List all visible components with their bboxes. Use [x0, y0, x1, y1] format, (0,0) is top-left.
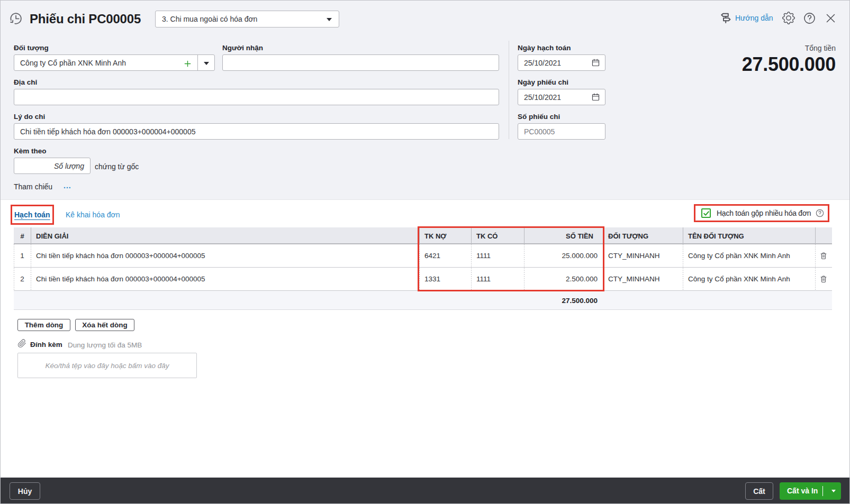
ngay-phieu-chi-value: 25/10/2021 [524, 93, 561, 102]
combo-separator [197, 55, 198, 70]
kem-theo-input[interactable]: Số lượng [14, 158, 91, 174]
attachment-label[interactable]: Đính kèm [30, 341, 62, 349]
chevron-down-icon [327, 18, 332, 21]
split-separator [822, 486, 823, 496]
calendar-icon[interactable] [591, 58, 600, 69]
delete-row-icon[interactable] [819, 274, 828, 286]
help-guide-link[interactable]: Hướng dẫn [735, 14, 773, 22]
cell-doi-tuong: CTY_MINHANH [608, 275, 660, 283]
save-button[interactable]: Cất [745, 482, 773, 500]
cell-ten-doi-tuong: Công ty Cổ phần XNK Minh Anh [688, 275, 790, 283]
question-circle-icon[interactable] [816, 209, 824, 219]
ly-do-chi-value: Chi tiền tiếp khách hóa đơn 000003+00000… [20, 127, 195, 136]
table-total-row: 27.500.000 [14, 291, 832, 310]
delete-row-icon[interactable] [819, 251, 828, 262]
doi-tuong-combo[interactable]: Công ty Cổ phần XNK Minh Anh [14, 54, 215, 71]
chevron-down-icon[interactable] [204, 62, 209, 65]
merge-invoices-label[interactable]: Hạch toán gộp nhiều hóa đơn [717, 209, 811, 217]
tab-ke-khai-hoa-don[interactable]: Kê khai hóa đơn [66, 210, 120, 219]
tham-chieu-label: Tham chiếu [14, 182, 52, 191]
dia-chi-input[interactable] [14, 89, 499, 105]
cell-ten-doi-tuong: Công ty Cổ phần XNK Minh Anh [688, 252, 790, 260]
ly-do-chi-input[interactable]: Chi tiền tiếp khách hóa đơn 000003+00000… [14, 123, 499, 140]
tham-chieu-link[interactable]: ... [64, 181, 71, 190]
page-title: Phiếu chi PC00005 [30, 12, 141, 26]
save-and-print-label: Cất và In [787, 487, 818, 495]
voucher-type-value: 3. Chi mua ngoài có hóa đơn [162, 15, 257, 23]
tong-tien-label: Tổng tiền [805, 44, 836, 52]
cell-index: 1 [14, 252, 31, 260]
merge-invoices-checkbox[interactable] [701, 208, 711, 218]
footer-bar: Hủy Cất Cất và In [1, 478, 849, 503]
tab-hach-toan[interactable]: Hạch toán [14, 210, 50, 219]
chevron-down-icon[interactable] [831, 490, 836, 492]
cell-index: 2 [14, 275, 31, 283]
save-and-print-button[interactable]: Cất và In [780, 482, 841, 500]
calendar-icon[interactable] [591, 93, 600, 104]
ngay-hach-toan-value: 25/10/2021 [524, 59, 561, 67]
so-phieu-chi-value: PC00005 [524, 127, 555, 136]
add-row-button[interactable]: Thêm dòng [17, 319, 70, 331]
dropzone-text: Kéo/thả tệp vào đây hoặc bấm vào đây [18, 362, 196, 370]
form-divider [509, 41, 509, 139]
attachment-hint: Dung lượng tối đa 5MB [68, 341, 142, 349]
doi-tuong-label: Đối tượng [14, 44, 49, 52]
ngay-hach-toan-input[interactable]: 25/10/2021 [518, 54, 605, 71]
col-header-dien-giai: DIỄN GIẢI [36, 232, 68, 240]
gear-icon[interactable] [782, 12, 795, 26]
kem-theo-placeholder: Số lượng [54, 162, 84, 170]
tong-tien-amount: 27.500.000 [742, 53, 836, 76]
nguoi-nhan-label: Người nhận [222, 44, 263, 52]
col-header-ten-doi-tuong: TÊN ĐỐI TƯỢNG [688, 232, 744, 240]
table-total-value: 27.500.000 [524, 297, 598, 305]
clear-rows-button[interactable]: Xóa hết dòng [75, 319, 134, 331]
voucher-type-select[interactable]: 3. Chi mua ngoài có hóa đơn [155, 11, 339, 28]
history-icon[interactable] [9, 12, 23, 28]
signpost-icon [719, 11, 732, 26]
kem-theo-suffix: chứng từ gốc [95, 162, 139, 171]
so-phieu-chi-input[interactable]: PC00005 [518, 123, 605, 140]
doi-tuong-value: Công ty Cổ phần XNK Minh Anh [20, 59, 126, 67]
cancel-button[interactable]: Hủy [10, 482, 40, 500]
dia-chi-label: Địa chỉ [14, 78, 37, 86]
ngay-phieu-chi-input[interactable]: 25/10/2021 [518, 89, 605, 105]
ngay-hach-toan-label: Ngày hạch toán [518, 44, 571, 52]
nguoi-nhan-input[interactable] [222, 54, 499, 71]
cell-dien-giai: Chi tiền tiếp khách hóa đơn 000003+00000… [36, 275, 205, 283]
annotation-box-columns [418, 226, 604, 291]
paperclip-icon [17, 339, 26, 350]
payment-voucher-window: Phiếu chi PC00005 3. Chi mua ngoài có hó… [0, 0, 850, 504]
col-header-index: # [14, 232, 31, 240]
col-header-doi-tuong: ĐỐI TƯỢNG [608, 232, 648, 240]
ly-do-chi-label: Lý do chi [14, 113, 45, 121]
ngay-phieu-chi-label: Ngày phiếu chi [518, 78, 568, 86]
close-icon[interactable] [825, 13, 836, 26]
cell-doi-tuong: CTY_MINHANH [608, 252, 660, 260]
so-phieu-chi-label: Số phiếu chi [518, 113, 560, 121]
cell-dien-giai: Chi tiền tiếp khách hóa đơn 000003+00000… [36, 252, 205, 260]
file-dropzone[interactable]: Kéo/thả tệp vào đây hoặc bấm vào đây [17, 353, 197, 378]
add-plus-icon[interactable] [184, 60, 191, 69]
kem-theo-label: Kèm theo [14, 147, 47, 155]
help-icon[interactable] [803, 12, 816, 26]
